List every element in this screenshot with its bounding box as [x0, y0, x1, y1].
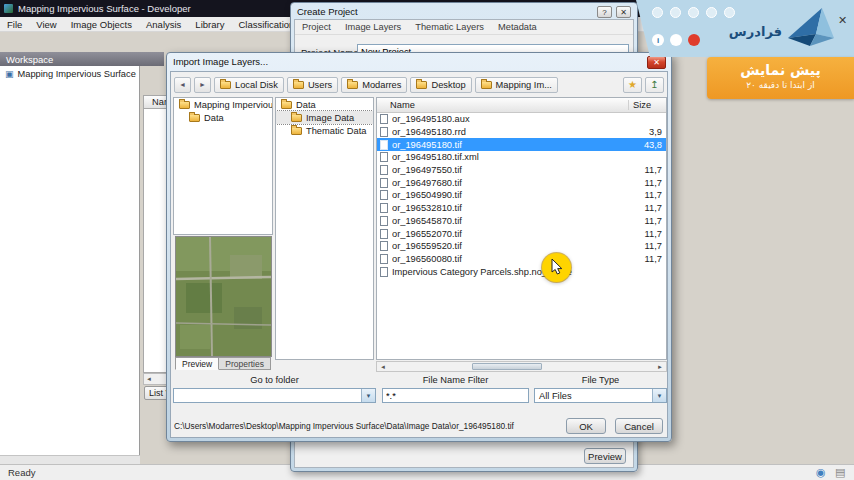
- file-row[interactable]: or_196559520.tif 11,7: [377, 240, 666, 253]
- place-label: Desktop: [431, 80, 465, 90]
- file-list-scrollbar[interactable]: ◄ ►: [376, 361, 667, 372]
- file-type-label: File Type: [534, 375, 667, 385]
- scroll-left-icon[interactable]: ◄: [380, 364, 386, 370]
- forward-button[interactable]: ►: [194, 77, 211, 93]
- menu-analysis[interactable]: Analysis: [139, 19, 188, 30]
- scroll-right-icon[interactable]: ►: [657, 364, 663, 370]
- file-type-select[interactable]: All Files ▼: [534, 388, 667, 403]
- status-ready-text: Ready: [8, 467, 35, 478]
- file-row[interactable]: or_196560080.tif 11,7: [377, 253, 666, 266]
- file-size: 11,7: [628, 178, 666, 188]
- file-row[interactable]: or_196497550.tif 11,7: [377, 164, 666, 177]
- badge-subtitle: از ابتدا تا دقیقه ۲۰: [707, 80, 854, 90]
- file-row[interactable]: or_196497680.tif 11,7: [377, 176, 666, 189]
- file-icon: [380, 216, 388, 226]
- back-button[interactable]: ◄: [174, 77, 191, 93]
- go-to-folder-select[interactable]: ▼: [173, 388, 376, 403]
- file-icon: [380, 229, 388, 239]
- column-size[interactable]: Size: [629, 100, 666, 110]
- main-close-button[interactable]: ✕: [838, 14, 847, 27]
- subtree-item-thematic-data[interactable]: Thematic Data: [276, 124, 373, 137]
- column-name[interactable]: Name: [377, 100, 629, 110]
- ok-label: OK: [579, 421, 593, 432]
- folder-tree-pane: Mapping Impervious Su... Data: [173, 97, 273, 235]
- go-to-folder-label: Go to folder: [173, 375, 376, 385]
- chevron-down-icon[interactable]: ▼: [361, 389, 375, 402]
- file-icon: [380, 152, 388, 162]
- cp-preview-label: Preview: [588, 451, 622, 462]
- up-folder-button[interactable]: ↥: [645, 77, 664, 93]
- place-label: Users: [308, 80, 332, 90]
- file-name: or_196497550.tif: [392, 165, 628, 175]
- help-button[interactable]: ?: [597, 6, 612, 18]
- menu-view[interactable]: View: [29, 19, 63, 30]
- cp-menu-metadata[interactable]: Metadata: [491, 22, 544, 32]
- place-modarres[interactable]: Modarres: [341, 77, 407, 93]
- place-desktop[interactable]: Desktop: [410, 77, 471, 93]
- app-icon: [4, 4, 13, 13]
- tab-properties[interactable]: Properties: [219, 357, 271, 370]
- cp-menu-image-layers[interactable]: Image Layers: [338, 22, 408, 32]
- faradars-logo-text: فرادرس: [736, 24, 782, 39]
- file-row-selected[interactable]: or_196495180.tif 43,8: [377, 138, 666, 151]
- ok-button[interactable]: OK: [566, 418, 606, 434]
- scroll-thumb[interactable]: [472, 363, 542, 370]
- folder-icon: [481, 81, 492, 89]
- import-dialog-body: ◄ ► Local Disk Users Modarres Desktop: [170, 71, 668, 438]
- cp-preview-button[interactable]: Preview: [584, 448, 626, 464]
- create-project-close-button[interactable]: ✕: [616, 6, 631, 18]
- tree-item-root[interactable]: Mapping Impervious Su...: [174, 98, 272, 111]
- tree-item-data[interactable]: Data: [174, 111, 272, 124]
- menu-file[interactable]: File: [0, 19, 29, 30]
- badge-title: پیش نمایش: [707, 62, 854, 78]
- file-name: or_196504990.tif: [392, 190, 628, 200]
- file-row[interactable]: or_196495180.tif.xml: [377, 151, 666, 164]
- place-users[interactable]: Users: [287, 77, 338, 93]
- subtree-item-image-data[interactable]: Image Data: [276, 111, 373, 124]
- layout-grid-icon: ▤: [835, 467, 845, 478]
- file-icon: [380, 267, 388, 277]
- cp-menu-project[interactable]: Project: [295, 22, 338, 32]
- place-local-disk[interactable]: Local Disk: [214, 77, 284, 93]
- file-icon: [380, 165, 388, 175]
- scroll-left-icon[interactable]: ◄: [146, 376, 152, 382]
- folder-icon: [179, 101, 190, 109]
- social-icon: [652, 7, 663, 18]
- file-name-filter-input[interactable]: [382, 388, 529, 403]
- file-list-pane: Name Size or_196495180.aux or_196495180.…: [376, 97, 667, 360]
- preview-image: [175, 236, 272, 357]
- workspace-scrollbar[interactable]: [0, 455, 140, 464]
- file-row[interactable]: or_196495180.aux: [377, 113, 666, 126]
- workspace-title: Workspace: [6, 54, 53, 65]
- file-name-filter-label: File Name Filter: [382, 375, 529, 385]
- workspace-tree-item[interactable]: ▣ Mapping Impervious Surface: [0, 66, 139, 81]
- menu-image-objects[interactable]: Image Objects: [64, 19, 139, 30]
- favorite-button[interactable]: ★: [623, 77, 642, 93]
- file-row[interactable]: Impervious Category Parcels.shp.no_cache: [377, 265, 666, 278]
- file-row[interactable]: or_196532810.tif 11,7: [377, 202, 666, 215]
- chevron-down-icon[interactable]: ▼: [652, 389, 666, 402]
- place-label: Local Disk: [235, 80, 278, 90]
- file-list-header[interactable]: Name Size: [377, 98, 666, 113]
- file-row[interactable]: or_196552070.tif 11,7: [377, 227, 666, 240]
- import-close-button[interactable]: ✕: [647, 56, 666, 69]
- file-row[interactable]: or_196545870.tif 11,7: [377, 215, 666, 228]
- folder-icon: [220, 81, 231, 89]
- file-row[interactable]: or_196504990.tif 11,7: [377, 189, 666, 202]
- cancel-button[interactable]: Cancel: [615, 418, 663, 434]
- file-icon: [380, 203, 388, 213]
- cancel-label: Cancel: [624, 421, 654, 432]
- tab-preview[interactable]: Preview: [175, 357, 219, 370]
- import-image-layers-dialog: Import Image Layers... ✕ ◄ ► Local Disk …: [166, 52, 672, 442]
- file-name: or_196495180.tif.xml: [392, 152, 628, 162]
- cp-menu-thematic-layers[interactable]: Thematic Layers: [408, 22, 491, 32]
- file-row[interactable]: or_196495180.rrd 3,9: [377, 126, 666, 139]
- tree-label: Mapping Impervious Su...: [194, 100, 272, 110]
- network-globe-icon: ◉: [816, 467, 826, 478]
- file-name: or_196495180.aux: [392, 114, 628, 124]
- menu-library[interactable]: Library: [188, 19, 231, 30]
- file-size: 11,7: [628, 229, 666, 239]
- recorder-icons-row: i: [652, 34, 700, 46]
- place-mapping-im[interactable]: Mapping Im...: [475, 77, 558, 93]
- subtree-item-data[interactable]: Data: [276, 98, 373, 111]
